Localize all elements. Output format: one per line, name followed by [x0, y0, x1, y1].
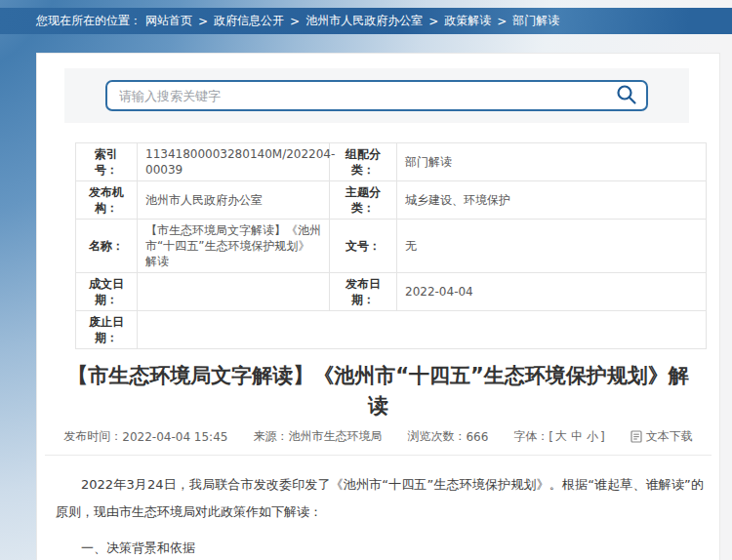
topic-category-value: 城乡建设、环境保护: [397, 181, 707, 220]
breadcrumb-separator: >: [290, 15, 300, 28]
breadcrumb-prefix: 您现在所在的位置：: [36, 13, 142, 29]
font-size-control: 字体： [ 大 中 小 ]: [513, 428, 604, 445]
breadcrumb-separator: >: [428, 15, 438, 28]
search-input[interactable]: [119, 89, 615, 103]
font-size-medium-button[interactable]: 中: [571, 428, 583, 445]
search-button[interactable]: [615, 83, 638, 109]
source-label: 来源：: [253, 428, 288, 445]
page-title: 【市生态环境局文字解读】《池州市“十四五”生态环境保护规划》解读: [61, 361, 696, 421]
font-size-large-button[interactable]: 大: [555, 428, 567, 445]
publish-time-label: 发布时间：: [63, 428, 122, 445]
document-info-table: 索引号： 11341800003280140M/202204-00039 组配分…: [75, 142, 707, 349]
text-download-button[interactable]: 文本下载: [630, 428, 693, 445]
search-panel: [64, 68, 689, 123]
publish-date-value: 2022-04-04: [397, 273, 707, 311]
document-icon: [630, 430, 642, 443]
font-size-small-button[interactable]: 小: [587, 428, 598, 445]
written-date-label: 成文日期：: [76, 273, 138, 311]
search-box: [105, 80, 648, 111]
breadcrumb: 您现在所在的位置： 网站首页 > 政府信息公开 > 池州市人民政府办公室 > 政…: [0, 8, 732, 34]
view-count-label: 浏览次数：: [407, 428, 466, 445]
index-number-value: 11341800003280140M/202204-00039: [138, 143, 330, 181]
repeal-date-label: 废止日期：: [76, 311, 138, 349]
topic-category-label: 主题分类：: [330, 181, 397, 220]
publish-time: 发布时间： 2022-04-04 15:45: [63, 428, 227, 445]
breadcrumb-policy[interactable]: 政策解读: [444, 13, 491, 29]
article-meta: 发布时间： 2022-04-04 15:45 来源： 池州市生态环境局 浏览次数…: [37, 428, 719, 445]
document-name-label: 名称：: [76, 220, 138, 273]
document-number-value: 无: [397, 220, 707, 273]
text-download-label: 文本下载: [646, 428, 693, 445]
search-icon: [615, 83, 638, 109]
table-row: 发布机构： 池州市人民政府办公室 主题分类： 城乡建设、环境保护: [76, 181, 707, 220]
view-count: 浏览次数： 666: [407, 428, 488, 445]
issuing-agency-label: 发布机构：: [76, 181, 138, 220]
article-body: 2022年3月24日，我局联合市发改委印发了《池州市“十四五”生态环境保护规划》…: [37, 456, 719, 560]
issuing-agency-value: 池州市人民政府办公室: [138, 181, 330, 220]
view-count-value: 666: [466, 430, 488, 444]
breadcrumb-office[interactable]: 池州市人民政府办公室: [305, 13, 423, 29]
table-row: 废止日期：: [76, 311, 707, 349]
paragraph: 2022年3月24日，我局联合市发改委印发了《池州市“十四五”生态环境保护规划》…: [56, 471, 704, 526]
table-row: 索引号： 11341800003280140M/202204-00039 组配分…: [76, 143, 707, 181]
table-row: 成文日期： 发布日期： 2022-04-04: [76, 273, 707, 311]
publish-date-label: 发布日期：: [330, 273, 397, 311]
group-category-label: 组配分类：: [330, 143, 397, 181]
breadcrumb-home[interactable]: 网站首页: [145, 13, 192, 29]
source: 来源： 池州市生态环境局: [253, 428, 382, 445]
source-value: 池州市生态环境局: [288, 428, 382, 445]
breadcrumb-separator: >: [198, 15, 208, 28]
document-number-label: 文号：: [330, 220, 397, 273]
section-heading: 一、决策背景和依据: [56, 535, 704, 560]
repeal-date-value: [138, 311, 707, 349]
publish-time-value: 2022-04-04 15:45: [122, 430, 227, 444]
content-card: 索引号： 11341800003280140M/202204-00039 组配分…: [36, 53, 720, 560]
document-name-value: 【市生态环境局文字解读】《池州市“十四五”生态环境保护规划》解读: [138, 220, 330, 273]
breadcrumb-separator: >: [497, 15, 507, 28]
written-date-value: [138, 273, 330, 311]
font-size-bracket: ]: [600, 430, 605, 444]
font-size-label: 字体：: [513, 428, 549, 445]
group-category-value: 部门解读: [397, 143, 707, 181]
breadcrumb-gov-info[interactable]: 政府信息公开: [214, 13, 284, 29]
table-row: 名称： 【市生态环境局文字解读】《池州市“十四五”生态环境保护规划》解读 文号：…: [76, 220, 707, 273]
font-size-bracket: [: [549, 430, 553, 444]
breadcrumb-dept-interpretation[interactable]: 部门解读: [512, 13, 559, 29]
index-number-label: 索引号：: [76, 143, 138, 181]
